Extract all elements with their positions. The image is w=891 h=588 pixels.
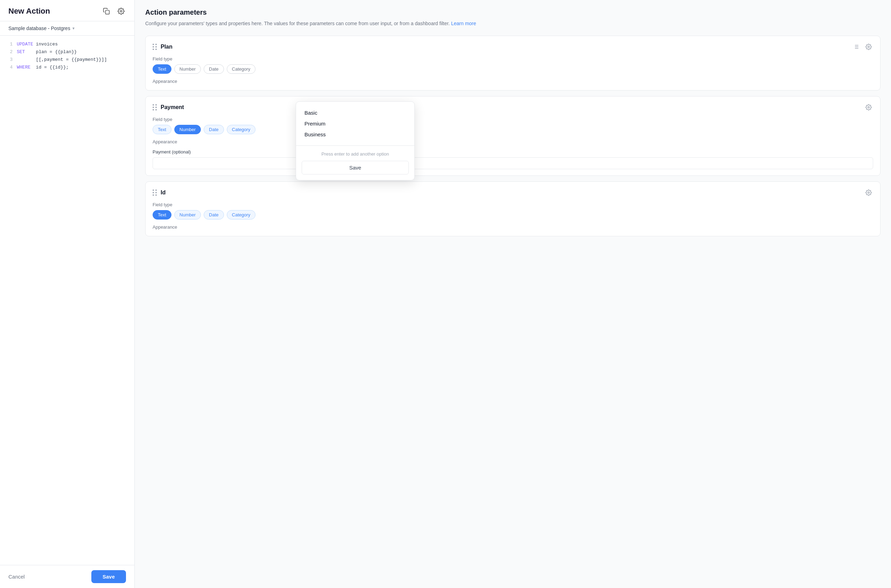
list-icon bbox=[853, 44, 859, 50]
save-button[interactable]: Save bbox=[91, 570, 126, 583]
code-line-1: 1 UPDATE invoices bbox=[0, 40, 134, 48]
dropdown-save-button[interactable]: Save bbox=[302, 161, 409, 174]
param-card-id-header: Id bbox=[153, 188, 873, 197]
left-footer: Cancel Save bbox=[0, 565, 134, 588]
payment-optional-input[interactable] bbox=[153, 158, 873, 169]
payment-field-type-label: Field type bbox=[153, 117, 873, 122]
drag-dots-plan bbox=[153, 44, 157, 50]
right-panel: Action parameters Configure your paramet… bbox=[135, 0, 891, 588]
right-panel-title: Action parameters bbox=[145, 8, 880, 16]
page-title: New Action bbox=[8, 7, 50, 16]
dropdown-option-business[interactable]: Business bbox=[302, 129, 409, 140]
svg-point-9 bbox=[868, 106, 870, 108]
database-selector[interactable]: Sample database - Postgres ▾ bbox=[0, 21, 134, 36]
payment-type-date[interactable]: Date bbox=[204, 125, 224, 134]
plan-settings-button[interactable] bbox=[864, 42, 873, 51]
database-label: Sample database - Postgres bbox=[8, 26, 70, 31]
dropdown-popup: Basic Premium Business Press enter to ad… bbox=[296, 101, 415, 180]
svg-rect-0 bbox=[106, 10, 110, 14]
param-name-payment: Payment bbox=[161, 104, 184, 111]
param-card-payment-left: Payment bbox=[153, 104, 184, 111]
param-card-plan-right bbox=[852, 42, 873, 51]
param-card-payment-right bbox=[864, 103, 873, 112]
payment-type-text[interactable]: Text bbox=[153, 125, 172, 134]
left-panel: New Action Sample database - Postgres ▾ … bbox=[0, 0, 135, 588]
plan-appearance-label: Appearance bbox=[153, 79, 873, 84]
param-card-plan-left: Plan bbox=[153, 44, 173, 50]
plan-gear-icon bbox=[865, 44, 872, 50]
param-card-payment-header: Payment bbox=[153, 103, 873, 112]
copy-icon bbox=[103, 8, 110, 15]
settings-icon bbox=[117, 8, 125, 15]
id-type-text[interactable]: Text bbox=[153, 210, 172, 219]
param-card-payment: Payment Field type Text Number Date Cate… bbox=[145, 96, 880, 176]
plan-field-type-label: Field type bbox=[153, 56, 873, 62]
id-type-number[interactable]: Number bbox=[174, 210, 201, 219]
header-icons bbox=[101, 6, 126, 16]
param-card-id: Id Field type Text Number Date Category … bbox=[145, 182, 880, 236]
plan-type-category[interactable]: Category bbox=[227, 64, 256, 74]
code-line-2: 2 SET plan = {{plan}} bbox=[0, 48, 134, 56]
dropdown-option-premium[interactable]: Premium bbox=[302, 118, 409, 129]
id-type-date[interactable]: Date bbox=[204, 210, 224, 219]
chevron-down-icon: ▾ bbox=[72, 26, 75, 31]
plan-type-date[interactable]: Date bbox=[204, 64, 224, 74]
payment-type-category[interactable]: Category bbox=[227, 125, 256, 134]
payment-type-options: Text Number Date Category bbox=[153, 125, 873, 134]
id-settings-button[interactable] bbox=[864, 188, 873, 197]
drag-handle-plan[interactable] bbox=[153, 44, 157, 50]
settings-icon-button[interactable] bbox=[116, 6, 126, 16]
drag-dots-payment bbox=[153, 104, 157, 111]
id-type-options: Text Number Date Category bbox=[153, 210, 873, 219]
code-line-4: 4 WHERE id = {{id}}; bbox=[0, 64, 134, 71]
param-card-plan-header: Plan bbox=[153, 42, 873, 51]
payment-appearance-label: Appearance bbox=[153, 139, 873, 144]
svg-point-8 bbox=[868, 46, 870, 48]
plan-type-number[interactable]: Number bbox=[174, 64, 201, 74]
code-line-3: 3 [[,payment = {{payment}}]] bbox=[0, 56, 134, 64]
dropdown-divider bbox=[296, 146, 414, 146]
plan-type-text[interactable]: Text bbox=[153, 64, 172, 74]
cancel-button[interactable]: Cancel bbox=[8, 574, 25, 580]
param-card-plan: Plan bbox=[145, 36, 880, 90]
id-type-category[interactable]: Category bbox=[227, 210, 256, 219]
id-field-type-label: Field type bbox=[153, 202, 873, 207]
param-name-plan: Plan bbox=[161, 44, 173, 50]
plan-type-options: Text Number Date Category bbox=[153, 64, 873, 74]
payment-settings-button[interactable] bbox=[864, 103, 873, 112]
right-panel-description: Configure your parameters' types and pro… bbox=[145, 20, 880, 27]
left-header: New Action bbox=[0, 0, 134, 21]
copy-icon-button[interactable] bbox=[101, 6, 111, 16]
dropdown-hint: Press enter to add another option bbox=[296, 148, 414, 161]
payment-gear-icon bbox=[865, 104, 872, 111]
svg-point-10 bbox=[868, 192, 870, 194]
drag-dots-id bbox=[153, 189, 157, 196]
payment-optional-label: Payment (optional) bbox=[153, 149, 873, 154]
dropdown-option-basic[interactable]: Basic bbox=[302, 107, 409, 118]
param-card-id-left: Id bbox=[153, 189, 166, 196]
learn-more-link[interactable]: Learn more bbox=[451, 21, 476, 26]
id-gear-icon bbox=[865, 189, 872, 196]
svg-point-1 bbox=[120, 10, 122, 12]
param-name-id: Id bbox=[161, 189, 166, 196]
code-editor[interactable]: 1 UPDATE invoices 2 SET plan = {{plan}} … bbox=[0, 36, 134, 565]
list-view-icon-button[interactable] bbox=[852, 42, 861, 51]
payment-type-number[interactable]: Number bbox=[174, 125, 201, 134]
param-card-id-right bbox=[864, 188, 873, 197]
dropdown-options-list: Basic Premium Business bbox=[296, 102, 414, 142]
drag-handle-payment[interactable] bbox=[153, 104, 157, 111]
id-appearance-label: Appearance bbox=[153, 224, 873, 230]
drag-handle-id[interactable] bbox=[153, 189, 157, 196]
